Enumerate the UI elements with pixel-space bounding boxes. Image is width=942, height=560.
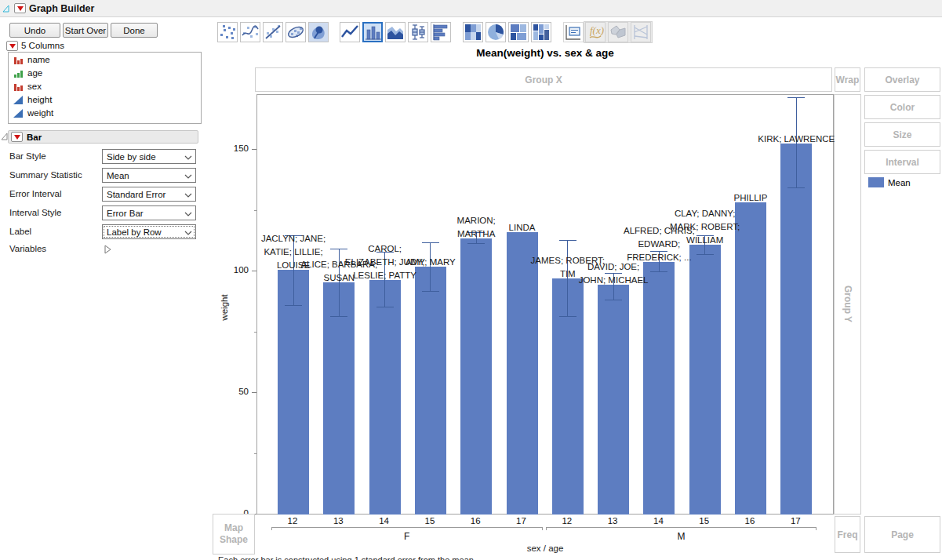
variables-label: Variables (9, 242, 46, 256)
ellipse-element-button[interactable] (286, 22, 306, 42)
line-of-fit-element-button[interactable] (263, 22, 283, 42)
error-bar-cap (605, 300, 622, 300)
bar-label: CLAY; DANNY; MARK; ROBERT; WILLIAM (642, 207, 768, 247)
column-item-name[interactable]: name (9, 53, 201, 66)
bar[interactable] (323, 282, 355, 515)
mosaic-icon (532, 23, 551, 42)
columns-list[interactable]: name age sex height weight (8, 52, 202, 124)
size-drop-zone[interactable]: Size (864, 122, 940, 147)
treemap-element-button[interactable] (508, 22, 529, 42)
bar[interactable] (598, 285, 629, 515)
overlay-drop-zone[interactable]: Overlay (864, 67, 940, 92)
bar-label: PHILLIP (688, 191, 813, 205)
smoother-element-button[interactable] (240, 22, 260, 42)
x-tick-label: 16 (730, 516, 769, 525)
chevron-down-icon (184, 174, 192, 179)
bar[interactable] (369, 280, 401, 515)
contour-element-button[interactable] (308, 22, 329, 42)
chevron-down-icon (184, 155, 192, 160)
legend-mean-swatch[interactable] (868, 177, 884, 187)
heatmap-icon (464, 23, 482, 42)
plot-area[interactable]: JACLYN; JANE; KATIE; LILLIE; LOUISEALICE… (256, 94, 834, 515)
freq-drop-zone[interactable]: Freq (835, 516, 860, 553)
group-y-label: Group Y (842, 285, 853, 322)
y-tick-label: 50 (222, 387, 249, 396)
mosaic-element-button[interactable] (531, 22, 551, 42)
undo-button[interactable]: Undo (9, 23, 60, 38)
interval-style-label: Interval Style (9, 205, 61, 220)
bar[interactable] (735, 202, 766, 515)
group-bracket (546, 527, 817, 530)
area-chart-icon (386, 23, 405, 42)
column-item-height[interactable]: height (9, 93, 201, 106)
group-y-drop-zone[interactable]: Group Y (834, 94, 861, 515)
chart-title: Mean(weight) vs. sex & age (256, 47, 834, 59)
start-over-button[interactable]: Start Over (63, 23, 108, 38)
summary-statistic-label: Summary Statistic (9, 168, 82, 183)
area-element-button[interactable] (385, 22, 406, 42)
page-title: Graph Builder (29, 3, 94, 14)
red-triangle-menu-icon[interactable] (14, 3, 26, 13)
bar[interactable] (278, 270, 309, 515)
bar[interactable] (643, 262, 675, 515)
parallel-element-button (631, 22, 651, 42)
chevron-down-icon (184, 212, 192, 216)
columns-red-triangle-icon[interactable] (6, 41, 18, 51)
bar-style-select[interactable]: Side by side (102, 149, 196, 164)
done-button[interactable]: Done (111, 23, 158, 38)
group-label: M (666, 531, 697, 542)
legend: Mean (868, 177, 911, 187)
error-interval-select[interactable]: Standard Error (102, 187, 196, 202)
label-label: Label (9, 224, 31, 239)
page-drop-zone[interactable]: Page (864, 516, 940, 553)
error-interval-label: Error Interval (9, 187, 61, 202)
error-bar-cap (467, 243, 485, 244)
pie-element-button[interactable] (486, 22, 506, 42)
histogram-element-button[interactable] (431, 22, 451, 42)
formula-element-button: f(x) (585, 22, 606, 42)
x-axis[interactable]: sex / age 121314151617121314151617FM (256, 515, 834, 558)
error-bar-cap (422, 291, 439, 292)
points-element-button[interactable] (217, 22, 238, 42)
y-tick-label: 150 (222, 144, 249, 153)
variables-expand-icon[interactable] (104, 245, 111, 254)
column-item-age[interactable]: age (9, 66, 201, 79)
column-item-weight[interactable]: weight (9, 106, 201, 119)
x-tick-label: 17 (502, 516, 541, 525)
x-axis-title[interactable]: sex / age (256, 544, 834, 553)
color-drop-zone[interactable]: Color (864, 95, 940, 119)
interval-drop-zone[interactable]: Interval (864, 150, 940, 174)
bar-red-triangle-icon[interactable] (11, 132, 23, 142)
heatmap-element-button[interactable] (463, 22, 483, 42)
bar-element-button[interactable] (362, 22, 383, 42)
summary-statistic-select[interactable]: Mean (102, 168, 196, 183)
error-bar-cap (285, 305, 302, 306)
bar[interactable] (689, 245, 721, 515)
group-x-drop-zone[interactable]: Group X (255, 67, 832, 92)
box-plot-element-button[interactable] (408, 22, 428, 42)
bar-panel-title: Bar (27, 133, 42, 142)
x-tick-label: 12 (273, 516, 312, 525)
smoother-icon (241, 23, 260, 42)
column-item-sex[interactable]: sex (9, 79, 201, 93)
line-element-button[interactable] (340, 22, 360, 42)
bar[interactable] (415, 267, 446, 515)
treemap-icon (509, 23, 528, 42)
y-axis[interactable]: 050100150 (220, 94, 256, 515)
interval-style-select[interactable]: Error Bar (102, 205, 196, 220)
bar[interactable] (460, 238, 492, 515)
formula-icon: f(x) (586, 23, 605, 42)
wrap-drop-zone[interactable]: Wrap (835, 67, 860, 92)
x-tick-label: 15 (410, 516, 449, 525)
svg-text:f(x): f(x) (590, 24, 604, 36)
map-shape-drop-zone[interactable]: Map Shape (213, 514, 255, 555)
collapse-outline-triangle-icon[interactable] (2, 4, 11, 13)
group-bracket (271, 527, 543, 530)
label-select[interactable]: Label by Row (102, 224, 196, 239)
error-bar-cap (787, 187, 805, 188)
caption-box-icon (564, 23, 583, 42)
continuous-blue-triangle-icon (13, 108, 23, 118)
x-tick-label: 12 (547, 516, 587, 525)
line-of-fit-icon (264, 23, 282, 42)
caption-box-element-button[interactable] (563, 22, 584, 42)
